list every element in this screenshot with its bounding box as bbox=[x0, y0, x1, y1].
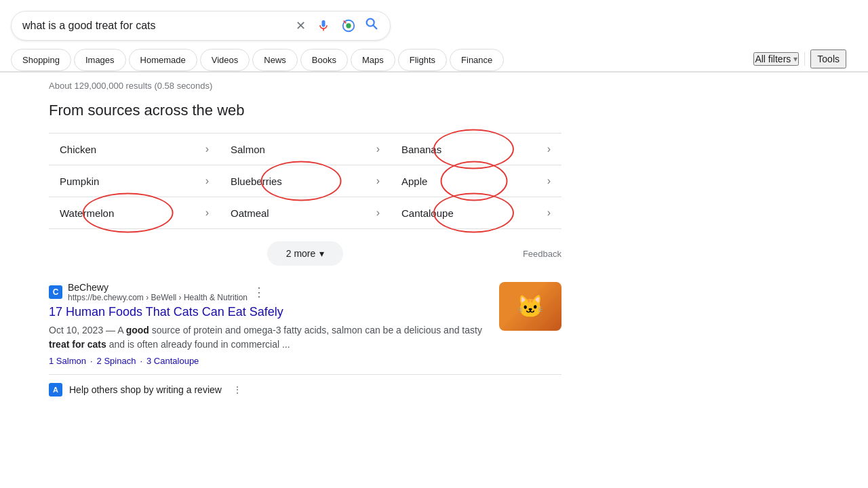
tab-videos[interactable]: Videos bbox=[200, 49, 250, 71]
clear-button[interactable]: ✕ bbox=[293, 16, 309, 36]
tab-finance[interactable]: Finance bbox=[450, 49, 504, 71]
snippet-end: and is often already found in commercial… bbox=[106, 339, 290, 350]
bottom-result-text[interactable]: Help others shop by writing a review bbox=[69, 384, 222, 395]
tools-button[interactable]: Tools bbox=[810, 49, 846, 68]
source-url: https://be.chewy.com › BeWell › Health &… bbox=[68, 293, 248, 302]
treat-watermelon[interactable]: Watermelon › bbox=[49, 197, 220, 229]
tab-maps[interactable]: Maps bbox=[351, 49, 395, 71]
chevron-icon: › bbox=[205, 143, 209, 155]
feedback-link[interactable]: Feedback bbox=[523, 249, 561, 259]
source-name: BeChewy bbox=[68, 282, 248, 293]
search-icon bbox=[364, 16, 379, 31]
svg-line-3 bbox=[373, 25, 376, 28]
voice-search-button[interactable] bbox=[314, 16, 333, 35]
thumbnail-image: 🐱 bbox=[499, 282, 561, 331]
search-row: ✕ bbox=[11, 5, 857, 46]
treat-apple-label: Apple bbox=[401, 176, 427, 187]
search-box: ✕ bbox=[11, 11, 391, 41]
chevron-icon: › bbox=[547, 143, 551, 155]
treats-grid: Chicken › Salmon › Bananas › Pumpkin › B… bbox=[49, 133, 561, 229]
all-filters-button[interactable]: All filters ▾ bbox=[753, 52, 799, 66]
result-date: Oct 10, 2023 bbox=[49, 325, 103, 336]
chevron-icon: › bbox=[376, 207, 380, 219]
all-filters-label: All filters bbox=[755, 54, 791, 64]
result-link-1[interactable]: 1 Salmon bbox=[49, 356, 86, 366]
treat-oatmeal-label: Oatmeal bbox=[231, 207, 269, 219]
result-thumbnail: 🐱 bbox=[499, 282, 561, 331]
more-options-button[interactable]: ⋮ bbox=[253, 285, 265, 300]
chevron-icon: › bbox=[205, 175, 209, 187]
treat-salmon-label: Salmon bbox=[231, 144, 265, 155]
treat-salmon[interactable]: Salmon › bbox=[220, 134, 391, 165]
result-source: C BeChewy https://be.chewy.com › BeWell … bbox=[49, 282, 488, 302]
treat-apple[interactable]: Apple › bbox=[391, 165, 561, 197]
result-link-2[interactable]: 2 Spinach bbox=[97, 356, 136, 366]
tab-homemade[interactable]: Homemade bbox=[129, 49, 197, 71]
search-input[interactable] bbox=[22, 20, 288, 32]
treat-cantaloupe-label: Cantaloupe bbox=[401, 207, 454, 219]
nav-tabs: Shopping Images Homemade Videos News Boo… bbox=[11, 46, 504, 71]
treat-pumpkin[interactable]: Pumpkin › bbox=[49, 165, 220, 197]
search-button[interactable] bbox=[364, 16, 379, 35]
treat-blueberries-label: Blueberries bbox=[231, 176, 282, 187]
chevron-icon: › bbox=[376, 143, 380, 155]
bottom-more-options[interactable]: ⋮ bbox=[233, 384, 242, 395]
treat-watermelon-label: Watermelon bbox=[60, 207, 114, 219]
svg-point-1 bbox=[346, 23, 351, 28]
lens-icon bbox=[341, 18, 356, 33]
chevron-icon: › bbox=[547, 207, 551, 219]
snippet-prefix: — A bbox=[106, 325, 126, 336]
treat-pumpkin-label: Pumpkin bbox=[60, 176, 99, 187]
tab-news[interactable]: News bbox=[252, 49, 298, 71]
treat-bananas[interactable]: Bananas › bbox=[391, 134, 561, 165]
source-icon: C bbox=[49, 285, 62, 299]
search-icons: ✕ bbox=[293, 16, 379, 36]
result-links: 1 Salmon · 2 Spinach · 3 Cantaloupe bbox=[49, 356, 488, 366]
chevron-down-icon: ▾ bbox=[793, 54, 797, 64]
chevron-down-icon: ▾ bbox=[319, 248, 324, 259]
link-separator-2: · bbox=[140, 356, 142, 366]
treat-oatmeal[interactable]: Oatmeal › bbox=[220, 197, 391, 229]
result-link-3[interactable]: 3 Cantaloupe bbox=[146, 356, 199, 366]
results-count: About 129,000,000 results (0.58 seconds) bbox=[49, 81, 561, 91]
chevron-icon: › bbox=[205, 207, 209, 219]
top-bar: ✕ bbox=[0, 0, 868, 72]
chevron-icon: › bbox=[547, 175, 551, 187]
treat-blueberries[interactable]: Blueberries › bbox=[220, 165, 391, 197]
lens-button[interactable] bbox=[338, 16, 359, 36]
tab-images[interactable]: Images bbox=[74, 49, 126, 71]
vertical-divider bbox=[804, 52, 805, 66]
more-button[interactable]: 2 more ▾ bbox=[267, 241, 344, 266]
treat-chicken-label: Chicken bbox=[60, 144, 96, 155]
source-info: BeChewy https://be.chewy.com › BeWell › … bbox=[68, 282, 248, 302]
mic-icon bbox=[317, 19, 330, 33]
result-title[interactable]: 17 Human Foods That Cats Can Eat Safely bbox=[49, 305, 488, 319]
treat-chicken[interactable]: Chicken › bbox=[49, 134, 220, 165]
snippet-bold2: treat for cats bbox=[49, 339, 106, 350]
treat-cantaloupe[interactable]: Cantaloupe › bbox=[391, 197, 561, 229]
result-snippet: Oct 10, 2023 — A good source of protein … bbox=[49, 323, 488, 352]
snippet-mid1: source of protein and omega-3 fatty acid… bbox=[149, 325, 482, 336]
search-result-bechewy: C BeChewy https://be.chewy.com › BeWell … bbox=[49, 282, 561, 366]
tab-books[interactable]: Books bbox=[300, 49, 348, 71]
bottom-result: A Help others shop by writing a review ⋮ bbox=[49, 374, 561, 405]
snippet-bold1: good bbox=[126, 325, 149, 336]
result-content: C BeChewy https://be.chewy.com › BeWell … bbox=[49, 282, 488, 366]
link-separator-1: · bbox=[90, 356, 93, 366]
section-title: From sources across the web bbox=[49, 102, 561, 119]
tab-shopping[interactable]: Shopping bbox=[11, 49, 71, 71]
chevron-icon: › bbox=[376, 175, 380, 187]
main-content: About 129,000,000 results (0.58 seconds)… bbox=[0, 73, 610, 413]
bottom-source-icon: A bbox=[49, 383, 62, 396]
more-btn-row: 2 more ▾ Feedback bbox=[49, 236, 561, 268]
treat-bananas-label: Bananas bbox=[401, 144, 441, 155]
more-btn-label: 2 more bbox=[286, 248, 316, 259]
tab-flights[interactable]: Flights bbox=[398, 49, 447, 71]
